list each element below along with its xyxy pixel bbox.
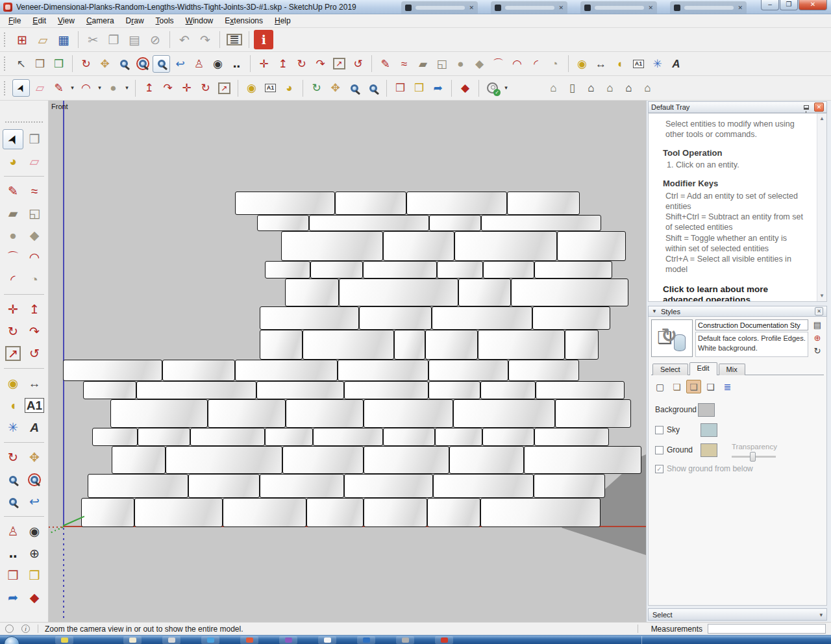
push-pull-tool[interactable]: ↥ [24,299,45,319]
account-button[interactable] [484,79,501,97]
taskbar-window-7[interactable] [357,636,375,644]
rotate-tool[interactable]: ↻ [3,321,23,341]
scale-tool[interactable]: ↗ [330,55,348,73]
taskbar-window-8[interactable] [396,636,414,644]
circle-tool[interactable]: ● [3,225,23,245]
zoom-tool[interactable] [3,469,23,489]
eraser-tool[interactable]: ▱ [31,79,49,97]
plank[interactable] [433,474,534,498]
tab-edit[interactable]: Edit [689,362,717,375]
taskbar-window-6[interactable] [318,636,336,644]
modeling-settings-icon[interactable]: ≣ [720,380,735,393]
new-button[interactable]: ⊞ [12,30,32,49]
style-hand-tool[interactable]: ↖ [12,55,30,73]
plank[interactable] [481,215,601,231]
plank[interactable] [110,399,208,428]
arc-dropdown[interactable]: ▾ [96,79,103,97]
plank[interactable] [338,360,428,381]
plank[interactable] [453,399,555,428]
offset-tool[interactable]: ↺ [349,55,367,73]
taskbar-window-5[interactable] [279,636,297,644]
shapes-dropdown[interactable]: ▾ [123,79,130,97]
plank[interactable] [394,330,425,360]
tab-mix[interactable]: Mix [719,364,745,375]
taskbar-window-2[interactable] [162,636,180,644]
show-ground-below-checkbox[interactable]: ✓ [655,465,664,473]
plank[interactable] [480,498,601,527]
plank[interactable] [260,474,344,498]
view-iso-button[interactable]: ⌂ [545,79,562,97]
follow-me-tool[interactable]: ↷ [159,79,177,97]
menu-camera[interactable]: Camera [81,15,120,27]
line-tool[interactable]: ✎ [377,55,394,73]
plank[interactable] [306,498,364,527]
three-point-arc-tool[interactable]: ◜ [3,269,23,290]
polygon-tool[interactable]: ◆ [471,55,488,73]
pan-tool[interactable]: ✥ [24,447,45,467]
plank[interactable] [432,306,532,330]
arc-tool[interactable]: ⌒ [490,55,507,73]
advanced-operations-link[interactable]: Click to learn about more advanced opera… [663,284,810,302]
extension-warehouse-button[interactable]: ◆ [24,588,45,608]
tape-measure-tool[interactable]: ◉ [3,373,23,393]
plank[interactable] [257,215,309,231]
dimension-tool[interactable]: ↔ [592,55,610,73]
secondary-pane-icon[interactable]: ▤ [813,321,821,329]
plank[interactable] [190,428,265,446]
tray-close-button[interactable]: ✕ [814,103,824,112]
pin-icon[interactable] [804,105,809,110]
plank[interactable] [536,381,625,399]
model-viewport[interactable]: Front [49,101,646,622]
rotate-tool[interactable]: ↻ [197,79,214,97]
sky-checkbox[interactable] [655,426,664,434]
position-camera-tool[interactable]: ♙ [3,521,23,541]
dimension-tool[interactable]: ↔ [24,373,45,393]
plank[interactable] [534,474,605,498]
polygon-tool[interactable]: ◆ [24,225,45,245]
edge-settings-icon[interactable]: ▢ [652,380,667,393]
rotated-rectangle-tool[interactable]: ◱ [433,55,451,73]
position-camera-tool[interactable]: ♙ [190,55,208,73]
plank[interactable] [555,399,631,428]
plank[interactable] [260,330,303,360]
pie-tool[interactable]: ◔ [24,269,45,290]
zoom-extents-tool[interactable] [3,491,23,512]
protractor-tool[interactable]: ◖ [3,395,23,415]
rectangle-tool[interactable]: ▰ [414,55,432,73]
two-point-arc-tool[interactable]: ◠ [24,247,45,267]
text-tool[interactable]: A1 [630,55,647,73]
look-around-tool[interactable]: ◉ [209,55,227,73]
compass-tool[interactable]: ⊕ [24,543,45,564]
title-bar[interactable]: ✕ ✕ ✕ ✕ Veneer-Dimensional-Planks-Random… [0,0,831,14]
plank[interactable] [260,306,359,330]
plank[interactable] [265,261,310,279]
background-color-swatch[interactable] [698,403,715,417]
push-pull-tool[interactable]: ↥ [140,79,158,97]
plank[interactable] [344,381,428,399]
move-tool[interactable]: ✛ [178,79,195,97]
sky-color-swatch[interactable] [701,423,717,437]
share-model-button[interactable]: ❒ [24,565,45,586]
start-button[interactable] [4,636,19,644]
plank[interactable] [138,428,190,446]
line-dropdown[interactable]: ▾ [69,79,76,97]
taskbar-window-1[interactable] [123,636,142,644]
plank[interactable] [534,428,609,446]
pie-tool[interactable]: ◔ [546,55,564,73]
taskbar-separator[interactable] [641,636,642,644]
zoom-extents-tool[interactable] [153,55,170,73]
plank[interactable] [309,215,429,231]
menu-edit[interactable]: Edit [27,15,52,27]
plank[interactable] [134,498,223,527]
extension-warehouse-button[interactable]: ◆ [456,79,474,97]
instructor-scrollbar[interactable]: ▲ ▼ [817,114,826,301]
cut-button[interactable]: ✂ [83,30,103,49]
zoom-extents-tool[interactable] [364,79,382,97]
plank[interactable] [265,428,313,446]
zoom-tool[interactable] [345,79,363,97]
pan-tool[interactable]: ✥ [96,55,114,73]
taskbar-window-3[interactable] [201,636,219,644]
plank[interactable] [63,360,162,381]
plank[interactable] [81,498,134,527]
freehand-tool[interactable]: ≈ [24,181,45,201]
